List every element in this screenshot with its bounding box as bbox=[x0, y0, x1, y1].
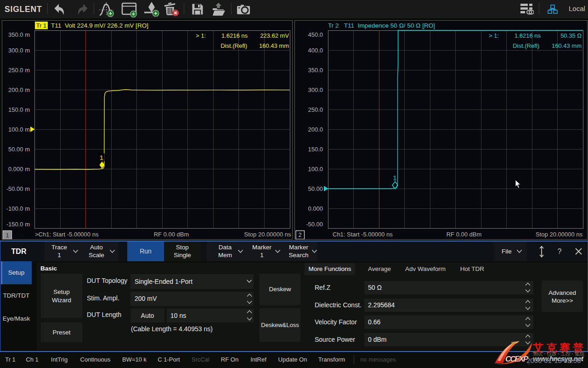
svg-text:> 1:: > 1: bbox=[489, 32, 499, 39]
svg-text:350.0 m: 350.0 m bbox=[8, 31, 30, 38]
svg-text:1: 1 bbox=[393, 174, 397, 182]
svg-text:200.0: 200.0 bbox=[308, 126, 323, 133]
svg-text:300.0: 300.0 bbox=[308, 86, 323, 93]
svg-text:300.0 m: 300.0 m bbox=[8, 47, 30, 54]
svg-text:160.43 mm: 160.43 mm bbox=[552, 42, 582, 49]
svg-text:100.0: 100.0 bbox=[308, 166, 323, 172]
svg-text:400.0: 400.0 bbox=[308, 47, 323, 54]
svg-text:50.00: 50.00 bbox=[308, 185, 323, 192]
svg-text:Tr 2 T11 Impedence 50 Ω/ 50: Tr 2 T11 Impedence 50 Ω/ 50 Ω [RO] bbox=[328, 22, 435, 29]
svg-text:1: 1 bbox=[6, 232, 9, 239]
svg-text:250.0: 250.0 bbox=[308, 106, 323, 113]
svg-text:Stop 20.00000 ns: Stop 20.00000 ns bbox=[244, 231, 291, 238]
svg-text:RF 0.00 dBm: RF 0.00 dBm bbox=[447, 231, 482, 238]
svg-text:2: 2 bbox=[299, 231, 302, 238]
svg-text:100.0 m: 100.0 m bbox=[8, 126, 30, 133]
svg-text:250.0 m: 250.0 m bbox=[8, 67, 30, 74]
svg-text:Stop 20.00000 ns: Stop 20.00000 ns bbox=[536, 231, 582, 238]
svg-text:160.43 mm: 160.43 mm bbox=[259, 42, 289, 49]
svg-text:T11 Volt 224.9 mV/ 226.2 mV [: T11 Volt 224.9 mV/ 226.2 mV [RO] bbox=[51, 22, 148, 29]
svg-text:150.0: 150.0 bbox=[308, 146, 323, 153]
svg-text:223.62 mV: 223.62 mV bbox=[260, 32, 289, 39]
svg-text:0.000: 0.000 bbox=[308, 205, 323, 212]
svg-text:Max: Max bbox=[13, 232, 25, 239]
svg-text:Ch1: Start -5.00000 ns: Ch1: Start -5.00000 ns bbox=[333, 231, 393, 238]
svg-text:-100.0 m: -100.0 m bbox=[6, 205, 30, 212]
svg-text:1: 1 bbox=[100, 154, 104, 161]
svg-text:0.000 m: 0.000 m bbox=[8, 166, 30, 172]
svg-text:RF 0.00 dBm: RF 0.00 dBm bbox=[154, 231, 189, 238]
svg-text:Tr 1: Tr 1 bbox=[36, 22, 47, 29]
svg-text:50.35 Ω: 50.35 Ω bbox=[560, 32, 582, 39]
svg-text:> 1:: > 1: bbox=[196, 32, 206, 39]
svg-text:-50.00 m: -50.00 m bbox=[6, 185, 30, 192]
svg-text:450.0: 450.0 bbox=[308, 31, 323, 38]
svg-text:1.6216 ns: 1.6216 ns bbox=[221, 32, 248, 39]
svg-text:1.6216 ns: 1.6216 ns bbox=[514, 32, 541, 39]
svg-text:200.0 m: 200.0 m bbox=[8, 86, 30, 93]
svg-text:50.00 m: 50.00 m bbox=[8, 146, 30, 153]
svg-text:350.0: 350.0 bbox=[308, 67, 323, 74]
svg-text:CCEXP: CCEXP bbox=[505, 355, 529, 363]
svg-text:>Ch1: Start -5.00000 ns: >Ch1: Start -5.00000 ns bbox=[35, 231, 99, 238]
svg-text:-150.0 m: -150.0 m bbox=[6, 221, 30, 228]
svg-text:150.0 m: 150.0 m bbox=[8, 106, 30, 113]
svg-text:Dist.(Refl): Dist.(Refl) bbox=[220, 42, 247, 49]
svg-text:Dist.(Refl): Dist.(Refl) bbox=[513, 42, 539, 49]
svg-text:-50.00: -50.00 bbox=[306, 221, 323, 228]
